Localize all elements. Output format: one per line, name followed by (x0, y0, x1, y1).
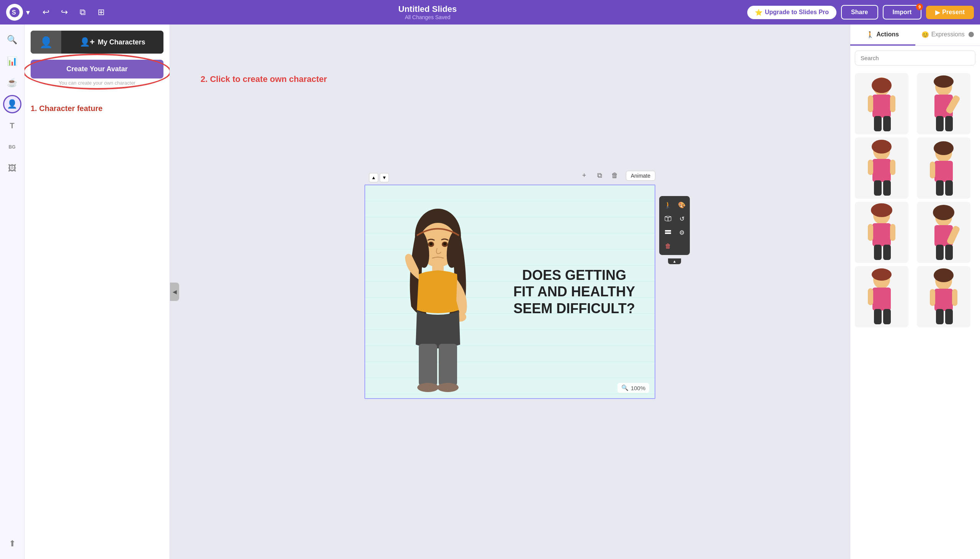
svg-rect-50 (883, 245, 891, 260)
svg-rect-20 (873, 94, 891, 117)
slide-text-content: DOES GETTING FIT AND HEALTHY SEEM DIFFIC… (494, 185, 654, 398)
present-button[interactable]: ▶ Present (926, 6, 974, 19)
list-item[interactable] (917, 73, 970, 134)
sidebar-elements-btn[interactable]: ☕ (3, 73, 21, 92)
list-item[interactable] (855, 266, 909, 327)
left-sidebar: 🔍 📊 ☕ 👤 T BG 🖼 ⬆ (0, 25, 25, 559)
save-status: All Changes Saved (108, 14, 747, 20)
toolbar-settings-btn[interactable]: ⚙ (676, 227, 687, 238)
list-item[interactable] (855, 73, 909, 134)
svg-rect-30 (945, 116, 953, 131)
toolbar-layer-btn[interactable] (662, 227, 674, 238)
list-item[interactable] (855, 202, 909, 263)
search-input[interactable] (855, 51, 975, 66)
document-title: Untitled Slides (108, 4, 747, 14)
list-item[interactable] (917, 202, 970, 263)
sidebar-slides-btn[interactable]: 📊 (3, 52, 21, 70)
redo-button[interactable]: ↪ (58, 5, 71, 19)
share-button[interactable]: Share (841, 5, 878, 20)
sidebar-bg-btn[interactable]: BG (3, 138, 21, 156)
app-logo: S (6, 4, 23, 21)
actions-icon: 🚶 (866, 31, 874, 38)
svg-rect-17 (665, 232, 671, 234)
svg-text:S: S (12, 9, 16, 16)
topbar-edit-actions: ↩ ↪ ⧉ ⊞ (39, 5, 108, 19)
toolbar-refresh-btn[interactable]: ↺ (676, 213, 687, 224)
svg-point-64 (934, 268, 954, 282)
svg-rect-59 (873, 288, 891, 311)
undo-button[interactable]: ↩ (39, 5, 53, 19)
svg-point-8 (430, 242, 433, 245)
svg-point-32 (872, 140, 892, 154)
svg-point-45 (871, 203, 892, 217)
svg-rect-43 (945, 180, 953, 196)
play-icon: ▶ (935, 9, 940, 16)
animate-button[interactable]: Animate (626, 171, 655, 181)
svg-rect-34 (868, 160, 873, 175)
upgrade-button[interactable]: ⭐ Upgrade to Slides Pro (747, 6, 836, 19)
svg-point-14 (417, 383, 439, 392)
person-plus-icon: 👤+ (79, 37, 95, 47)
my-characters-label: My Characters (98, 38, 145, 46)
svg-rect-62 (883, 309, 891, 324)
expressions-badge (968, 32, 974, 37)
right-panel-tabs: 🚶 Actions 😊 Expressions (850, 25, 980, 46)
import-button[interactable]: Import 9 (883, 5, 922, 20)
grid-button[interactable]: ⊞ (94, 5, 108, 19)
slide-canvas[interactable]: DOES GETTING FIT AND HEALTHY SEEM DIFFIC… (364, 185, 655, 399)
svg-rect-36 (874, 180, 882, 196)
list-item[interactable] (917, 266, 970, 327)
sidebar-text-btn[interactable]: T (3, 116, 21, 135)
sidebar-search-btn[interactable]: 🔍 (3, 31, 21, 49)
character-icon: 👤 (7, 99, 17, 109)
tab-actions[interactable]: 🚶 Actions (850, 25, 915, 46)
toolbar-palette-btn[interactable]: 🎨 (676, 199, 687, 210)
characters-panel: 👤 👤+ My Characters Create Your Avatar Yo… (25, 25, 170, 559)
app-menu-dropdown[interactable]: ▾ (26, 8, 30, 17)
zoom-level: 100% (631, 385, 645, 391)
svg-rect-23 (874, 116, 882, 131)
list-item[interactable] (917, 137, 970, 199)
slide-down-btn[interactable]: ▼ (380, 173, 389, 182)
create-avatar-hint: You can create your own character (31, 80, 164, 86)
create-avatar-button[interactable]: Create Your Avatar (31, 60, 164, 78)
search-icon: 🔍 (7, 35, 17, 45)
toolbar-walk-btn[interactable]: 🚶 (662, 199, 674, 210)
sidebar-image-btn[interactable]: 🖼 (3, 159, 21, 178)
right-panel: 🚶 Actions 😊 Expressions (850, 25, 980, 559)
main-canvas-area: ◀ 2. Click to create own character ▲ ▼ +… (170, 25, 850, 559)
sidebar-character-btn[interactable]: 👤 (3, 95, 21, 113)
toolbar-3d-btn[interactable] (662, 213, 674, 224)
add-element-btn[interactable]: + (578, 169, 590, 182)
sidebar-upload-btn[interactable]: ⬆ (3, 534, 21, 553)
slide-character-figure[interactable] (388, 199, 488, 398)
toolbar-delete-btn[interactable]: 🗑 (662, 240, 674, 252)
list-item[interactable] (855, 137, 909, 199)
copy-element-btn[interactable]: ⧉ (593, 169, 606, 182)
canvas-actions: + ⧉ 🗑 (578, 169, 621, 182)
slides-icon: 📊 (7, 56, 17, 66)
slide-headline: DOES GETTING FIT AND HEALTHY SEEM DIFFIC… (513, 267, 635, 317)
slide-reorder-controls: ▲ ▼ (369, 173, 389, 182)
slide-up-btn[interactable]: ▲ (369, 173, 378, 182)
delete-element-btn[interactable]: 🗑 (609, 169, 621, 182)
zoom-indicator: 🔍 100% (618, 383, 649, 393)
svg-rect-22 (890, 95, 896, 112)
svg-rect-35 (890, 160, 896, 175)
text-icon: T (10, 121, 14, 130)
annotation-text: 2. Click to create own character (201, 74, 327, 84)
svg-rect-21 (868, 95, 873, 112)
svg-rect-61 (874, 309, 882, 324)
svg-rect-46 (873, 223, 891, 246)
slide-wrapper: ▲ ▼ + ⧉ 🗑 Animate (364, 185, 655, 399)
image-icon: 🖼 (8, 164, 17, 174)
duplicate-button[interactable]: ⧉ (76, 5, 89, 19)
character-feature-label: 1. Character feature (31, 104, 164, 113)
tab-expressions[interactable]: 😊 Expressions (915, 25, 980, 46)
svg-rect-29 (936, 116, 944, 131)
svg-rect-42 (936, 180, 944, 196)
toolbar-expand-btn[interactable]: ▲ (668, 258, 681, 264)
svg-rect-47 (868, 224, 873, 241)
topbar-title-area: Untitled Slides All Changes Saved (108, 4, 747, 20)
collapse-panel-btn[interactable]: ◀ (170, 283, 179, 301)
